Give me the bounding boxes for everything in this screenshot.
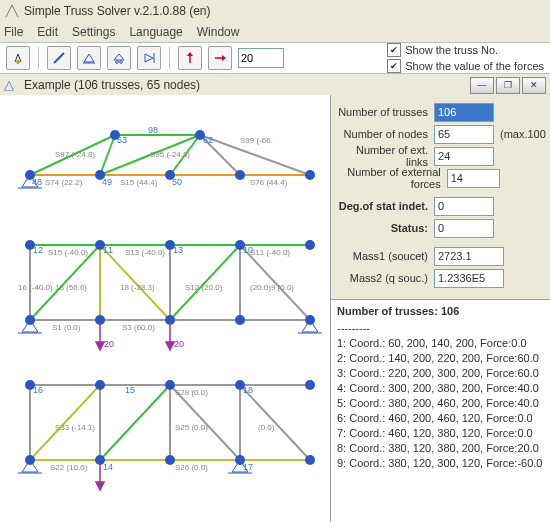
tool-force-right-icon[interactable] [208,46,232,70]
svg-text:S97 (-24.8): S97 (-24.8) [55,150,95,159]
tool-fixed-support-icon[interactable] [137,46,161,70]
svg-point-103 [165,455,175,465]
svg-marker-111 [96,482,104,490]
close-button[interactable]: ✕ [522,77,546,94]
svg-text:53: 53 [117,135,127,145]
svg-text:S99 (-66.: S99 (-66. [240,136,273,145]
svg-text:S76 (44.4): S76 (44.4) [250,178,288,187]
menu-edit[interactable]: Edit [37,25,58,39]
truss-canvas[interactable]: 48 49 50 53 98 62 S97 (-24.8) S95 (-24.8… [0,95,331,522]
log-line: 4: Coord.: 300, 200, 380, 200, Force:40.… [337,381,544,396]
label-ext-forces: Number of external forces [331,166,441,190]
svg-marker-4 [114,54,124,60]
log-output[interactable]: Number of trusses: 106 --------- 1: Coor… [331,299,550,522]
log-line: 1: Coord.: 60, 200, 140, 200, Force:0.0 [337,336,544,351]
log-line: 7: Coord.: 460, 120, 380, 120, Force:0.0 [337,426,544,441]
svg-text:S15 (44.4): S15 (44.4) [120,178,158,187]
svg-point-56 [305,240,315,250]
svg-text:S3 (60.0): S3 (60.0) [122,323,155,332]
log-line: 3: Coord.: 220, 200, 300, 200, Force:60.… [337,366,544,381]
svg-text:15: 15 [125,385,135,395]
svg-text:S1 (0.0): S1 (0.0) [52,323,81,332]
svg-text:20: 20 [104,339,114,349]
label-status: Status: [391,222,428,234]
toolbar-separator [38,47,39,69]
svg-marker-67 [96,342,104,350]
check-icon: ✔ [387,59,401,73]
menu-window[interactable]: Window [197,25,240,39]
subwindow-title: Example (106 trusses, 65 nodes) [24,78,200,92]
svg-text:49: 49 [102,177,112,187]
log-line: 9: Coord.: 380, 120, 300, 120, Force:-60… [337,456,544,471]
svg-text:S15 (-40.0): S15 (-40.0) [48,248,88,257]
svg-point-100 [305,380,315,390]
value-ext-forces[interactable]: 14 [447,169,500,188]
svg-point-0 [16,60,20,64]
svg-text:50: 50 [172,177,182,187]
title-bar: Simple Truss Solver v.2.1.0.88 (en) [0,0,550,22]
svg-point-105 [305,455,315,465]
checkbox-show-force-values[interactable]: ✔Show the value of the forces [387,59,544,73]
svg-text:S22 (10.0): S22 (10.0) [50,463,88,472]
label-ext-links: Number of ext. links [331,144,428,168]
svg-point-25 [305,170,315,180]
maximize-button[interactable]: ❐ [496,77,520,94]
log-separator: --------- [337,321,544,336]
svg-point-24 [235,170,245,180]
minimize-button[interactable]: — [470,77,494,94]
check-icon: ✔ [387,43,401,57]
max-nodes-hint: (max.100 [500,128,544,140]
label-mass1: Mass1 (soucet) [353,250,428,262]
svg-text:S28 (0.0): S28 (0.0) [175,388,208,397]
checkbox-show-truss-no[interactable]: ✔Show the truss No. [387,43,544,57]
value-ext-links[interactable]: 24 [434,147,494,166]
svg-text:48: 48 [32,177,42,187]
tool-roller-support-icon[interactable] [107,46,131,70]
log-header: Number of trusses: 106 [337,304,544,319]
label-mass2: Mass2 (q souc.) [350,272,428,284]
svg-text:S25 (0.0): S25 (0.0) [175,423,208,432]
stats-panel: Number of trusses106 Number of nodes65(m… [331,95,550,299]
svg-text:S74 (22.2): S74 (22.2) [45,178,83,187]
log-line: 6: Coord.: 460, 200, 460, 120, Force:0.0 [337,411,544,426]
svg-point-98 [165,380,175,390]
svg-text:13: 13 [173,245,183,255]
svg-text:17: 17 [243,462,253,472]
svg-text:16: 16 [33,385,43,395]
svg-line-1 [54,53,64,63]
menu-settings[interactable]: Settings [72,25,115,39]
label-num-trusses: Number of trusses [338,106,428,118]
menu-language[interactable]: Language [129,25,182,39]
svg-text:16 (-40.0): 16 (-40.0) [18,283,53,292]
value-num-nodes[interactable]: 65 [434,125,494,144]
tool-node-icon[interactable] [6,46,30,70]
log-line: 5: Coord.: 380, 200, 460, 200, Force:40.… [337,396,544,411]
svg-text:62: 62 [203,135,213,145]
svg-text:S26 (0.0): S26 (0.0) [175,463,208,472]
value-status: 0 [434,219,494,238]
app-title: Simple Truss Solver v.2.1.0.88 (en) [24,4,211,18]
step-input[interactable] [238,48,284,68]
tool-truss-icon[interactable] [47,46,71,70]
svg-point-97 [95,380,105,390]
svg-line-93 [100,385,170,460]
tool-force-up-icon[interactable] [178,46,202,70]
subwindow-title-bar: △ Example (106 trusses, 65 nodes) — ❐ ✕ [0,74,550,97]
tool-pin-support-icon[interactable] [77,46,101,70]
svg-text:S11 (-40.0): S11 (-40.0) [250,248,290,257]
svg-text:18 (-28.3): 18 (-28.3) [120,283,155,292]
svg-marker-7 [145,54,153,62]
svg-text:S95 (-24.8): S95 (-24.8) [150,150,190,159]
value-num-trusses[interactable]: 106 [434,103,494,122]
svg-marker-10 [187,52,193,56]
app-icon [4,3,20,19]
svg-text:18: 18 [243,385,253,395]
svg-text:11: 11 [103,245,113,255]
menu-bar: File Edit Settings Language Window [0,22,550,42]
svg-line-95 [240,385,310,460]
truss-drawing: 48 49 50 53 98 62 S97 (-24.8) S95 (-24.8… [0,95,330,522]
value-mass1: 2723.1 [434,247,504,266]
value-deg-indet: 0 [434,197,494,216]
svg-point-60 [235,315,245,325]
menu-file[interactable]: File [4,25,23,39]
